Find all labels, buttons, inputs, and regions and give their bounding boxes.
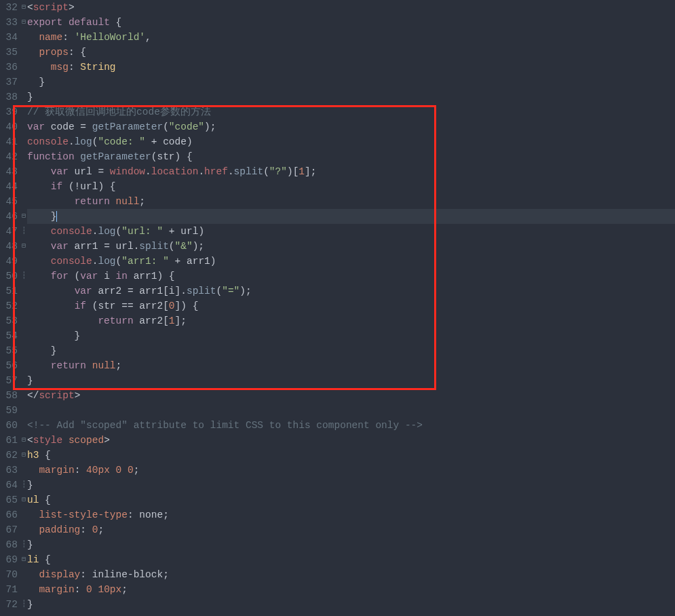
fold-marker [20, 418, 27, 433]
code-line[interactable]: props: { [27, 45, 675, 60]
fold-marker[interactable]: ┆ [20, 478, 27, 493]
line-number: 60 [0, 418, 18, 433]
fold-marker [20, 254, 27, 269]
line-number: 43 [0, 164, 18, 179]
code-line[interactable]: h3 { [27, 448, 675, 463]
line-number-gutter: 3233343536373839404142434445464748495051… [0, 0, 20, 612]
fold-marker[interactable]: ⊟ [20, 0, 27, 15]
fold-marker [20, 373, 27, 388]
line-number: 40 [0, 119, 18, 134]
line-number: 72 [0, 597, 18, 612]
code-line[interactable]: margin: 0 10px; [27, 582, 675, 597]
code-line[interactable]: return null; [27, 358, 675, 373]
line-number: 53 [0, 313, 18, 328]
fold-marker [20, 313, 27, 328]
code-line[interactable]: padding: 0; [27, 522, 675, 537]
line-number: 51 [0, 284, 18, 299]
code-line[interactable]: margin: 40px 0 0; [27, 463, 675, 478]
line-number: 35 [0, 45, 18, 60]
code-line[interactable]: if (str == arr2[0]) { [27, 299, 675, 313]
fold-marker [20, 149, 27, 164]
fold-marker[interactable]: ┆ [20, 224, 27, 239]
fold-marker [20, 299, 27, 313]
code-line[interactable]: msg: String [27, 60, 675, 75]
line-number: 38 [0, 90, 18, 104]
fold-marker [20, 119, 27, 134]
fold-marker [20, 463, 27, 478]
code-line[interactable]: } [27, 597, 675, 612]
code-line[interactable]: } [27, 373, 675, 388]
fold-gutter[interactable]: ⊟⊟⊟┆⊟┆⊟⊟┆⊟┆⊟┆ [20, 0, 27, 612]
fold-marker[interactable]: ⊟ [20, 552, 27, 567]
line-number: 58 [0, 388, 18, 403]
code-line[interactable]: <script> [27, 0, 675, 15]
line-number: 69 [0, 552, 18, 567]
line-number: 67 [0, 522, 18, 537]
line-number: 62 [0, 448, 18, 463]
line-number: 66 [0, 507, 18, 522]
fold-marker [20, 45, 27, 60]
code-line[interactable]: } [27, 209, 675, 224]
line-number: 56 [0, 358, 18, 373]
line-number: 57 [0, 373, 18, 388]
line-number: 71 [0, 582, 18, 597]
code-area[interactable]: <script>export default { name: 'HelloWor… [27, 0, 675, 612]
fold-marker[interactable]: ⊟ [20, 493, 27, 507]
code-line[interactable]: } [27, 75, 675, 90]
line-number: 50 [0, 269, 18, 284]
fold-marker[interactable]: ┆ [20, 597, 27, 612]
line-number: 45 [0, 194, 18, 209]
fold-marker [20, 343, 27, 358]
fold-marker[interactable]: ┆ [20, 269, 27, 284]
code-line[interactable]: } [27, 343, 675, 358]
line-number: 41 [0, 134, 18, 149]
code-line[interactable]: return null; [27, 194, 675, 209]
code-line[interactable]: display: inline-block; [27, 567, 675, 582]
line-number: 49 [0, 254, 18, 269]
code-line[interactable]: if (!url) { [27, 179, 675, 194]
code-line[interactable]: <style scoped> [27, 433, 675, 448]
code-line[interactable]: return arr2[1]; [27, 313, 675, 328]
code-line[interactable]: } [27, 478, 675, 493]
fold-marker [20, 134, 27, 149]
code-line[interactable]: } [27, 328, 675, 343]
line-number: 33 [0, 15, 18, 30]
code-line[interactable]: list-style-type: none; [27, 507, 675, 522]
fold-marker[interactable]: ┆ [20, 537, 27, 552]
code-line[interactable]: export default { [27, 15, 675, 30]
code-line[interactable]: ul { [27, 493, 675, 507]
code-line[interactable]: // 获取微信回调地址的code参数的方法 [27, 104, 675, 119]
line-number: 46 [0, 209, 18, 224]
code-line[interactable]: console.log("arr1: " + arr1) [27, 254, 675, 269]
fold-marker[interactable]: ⊟ [20, 209, 27, 224]
code-line[interactable]: </script> [27, 388, 675, 403]
code-editor[interactable]: 3233343536373839404142434445464748495051… [0, 0, 675, 612]
line-number: 47 [0, 224, 18, 239]
line-number: 70 [0, 567, 18, 582]
code-line[interactable]: name: 'HelloWorld', [27, 30, 675, 45]
fold-marker[interactable]: ⊟ [20, 15, 27, 30]
code-line[interactable]: console.log("code: " + code) [27, 134, 675, 149]
fold-marker[interactable]: ⊟ [20, 448, 27, 463]
code-line[interactable]: } [27, 90, 675, 104]
code-line[interactable]: } [27, 537, 675, 552]
line-number: 54 [0, 328, 18, 343]
code-line[interactable] [27, 403, 675, 418]
fold-marker [20, 75, 27, 90]
line-number: 68 [0, 537, 18, 552]
fold-marker[interactable]: ⊟ [20, 239, 27, 254]
fold-marker [20, 179, 27, 194]
code-line[interactable]: var arr2 = arr1[i].split("="); [27, 284, 675, 299]
code-line[interactable]: <!-- Add "scoped" attribute to limit CSS… [27, 418, 675, 433]
fold-marker [20, 194, 27, 209]
fold-marker[interactable]: ⊟ [20, 433, 27, 448]
code-line[interactable]: var code = getParameter("code"); [27, 119, 675, 134]
code-line[interactable]: function getParameter(str) { [27, 149, 675, 164]
code-line[interactable]: console.log("url: " + url) [27, 224, 675, 239]
code-line[interactable]: var arr1 = url.split("&"); [27, 239, 675, 254]
code-line[interactable]: var url = window.location.href.split("?"… [27, 164, 675, 179]
line-number: 44 [0, 179, 18, 194]
code-line[interactable]: for (var i in arr1) { [27, 269, 675, 284]
line-number: 36 [0, 60, 18, 75]
code-line[interactable]: li { [27, 552, 675, 567]
